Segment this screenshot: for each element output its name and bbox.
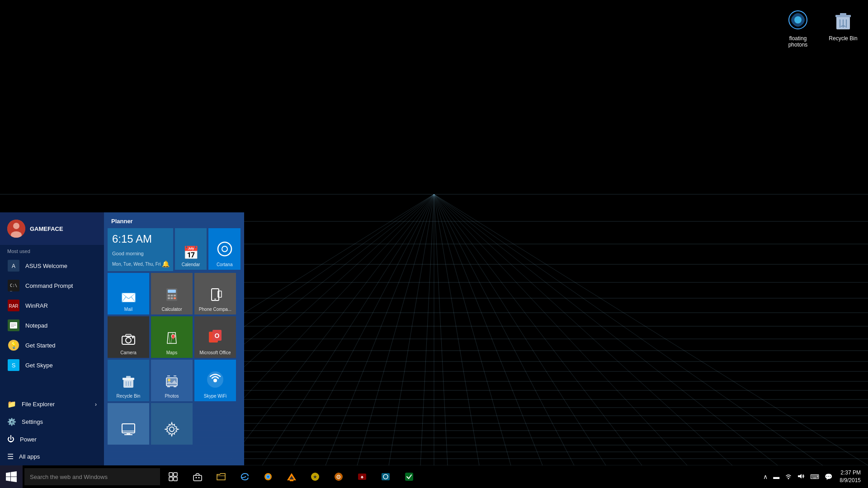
taskbar-app-card[interactable]: ♠ [351, 465, 373, 488]
windows-logo-icon [6, 471, 17, 482]
get-skype-icon: S [7, 359, 20, 371]
start-button[interactable] [0, 465, 23, 488]
start-menu-left-panel: GAMEFACE Most used A ASUS Welcome [0, 212, 104, 465]
wifi-signal-icon [785, 473, 792, 479]
start-app-get-skype[interactable]: S Get Skype [0, 355, 104, 375]
tile-time-clock: 6:15 AM [112, 233, 152, 245]
svg-point-118 [198, 477, 200, 479]
settings-label: Settings [22, 418, 43, 425]
settings-gear-icon [164, 422, 179, 440]
search-input[interactable] [24, 468, 160, 485]
phone-companion-label: Phone Compa... [199, 307, 231, 312]
tile-calculator[interactable]: Calculator [151, 273, 193, 314]
tile-skype-wifi[interactable]: Skype WiFi [194, 360, 236, 401]
svg-rect-81 [171, 295, 173, 296]
start-user-section[interactable]: GAMEFACE [0, 212, 104, 245]
recycle-bin-label: Recycle Bin [829, 35, 857, 42]
task-view-icon [169, 472, 178, 481]
tiles-row-1: 6:15 AM Good morning Mon, Tue, Wed, Thu,… [108, 228, 241, 271]
microsoft-office-label: Microsoft Office [199, 350, 231, 355]
wifi-icon[interactable] [783, 473, 794, 481]
winrar-label: WinRAR [25, 302, 48, 309]
svg-text:♠: ♠ [361, 474, 363, 479]
taskbar: ★ ⚙ ♠ [0, 465, 868, 488]
svg-point-50 [794, 16, 802, 23]
tile-recycle-bin[interactable]: Recycle Bin [108, 360, 149, 401]
notepad-label: Notepad [25, 322, 47, 329]
tile-microsoft-office[interactable]: O Microsoft Office [194, 316, 236, 358]
svg-point-134 [788, 478, 789, 479]
chevron-up-icon[interactable]: ∧ [761, 473, 769, 480]
svg-line-43 [434, 194, 642, 465]
svg-text:A: A [12, 263, 15, 269]
tile-calendar[interactable]: 📅 Calendar [175, 228, 207, 270]
task-view-button[interactable] [162, 465, 184, 488]
svg-point-58 [13, 223, 19, 229]
svg-rect-113 [174, 473, 177, 476]
mail-icon: ✉️ [121, 290, 137, 305]
svg-line-29 [226, 194, 434, 465]
start-power[interactable]: ⏻ Power [0, 431, 104, 448]
taskbar-app-store[interactable] [186, 465, 209, 488]
start-settings[interactable]: ⚙️ Settings [0, 413, 104, 431]
tile-maps[interactable]: Maps [151, 316, 193, 358]
tile-camera[interactable]: Camera [108, 316, 149, 358]
volume-icon[interactable] [796, 473, 807, 481]
command-prompt-label: Command Prompt [25, 282, 73, 289]
taskbar-app-green[interactable] [398, 465, 420, 488]
start-app-command-prompt[interactable]: C:\ _ Command Prompt [0, 276, 104, 296]
keyboard-icon[interactable]: ⌨ [808, 473, 821, 480]
start-app-asus-welcome[interactable]: A ASUS Welcome [0, 256, 104, 276]
tiles-grid: 6:15 AM Good morning Mon, Tue, Wed, Thu,… [108, 228, 241, 445]
tile-photos[interactable]: Photos [151, 360, 193, 401]
file-explorer-icon: 📁 [7, 400, 16, 408]
clock-time: 2:37 PM [840, 469, 861, 477]
start-app-winrar[interactable]: RAR WinRAR [0, 296, 104, 315]
edge-icon [240, 472, 250, 482]
desktop-icon-recycle-bin[interactable]: Recycle Bin [823, 5, 863, 50]
asus-welcome-label: ASUS Welcome [25, 263, 67, 269]
firefox-icon [263, 472, 273, 482]
battery-icon[interactable]: ▬ [771, 473, 781, 480]
desktop-icon-floating-photons[interactable]: floating photons [778, 5, 818, 50]
tile-phone-companion[interactable]: Phone Compa... [194, 273, 236, 314]
taskbar-app-edge[interactable] [233, 465, 256, 488]
start-menu: GAMEFACE Most used A ASUS Welcome [0, 212, 244, 465]
get-skype-label: Get Skype [25, 362, 53, 369]
photos-label: Photos [165, 394, 179, 399]
tile-settings-gear[interactable] [151, 403, 193, 445]
taskbar-app-explorer[interactable] [210, 465, 232, 488]
notification-icon[interactable]: 💬 [823, 473, 834, 480]
asus-welcome-icon: A [7, 259, 20, 272]
taskbar-app-firefox[interactable] [257, 465, 279, 488]
tile-pc[interactable] [108, 403, 149, 445]
tile-mail[interactable]: ✉️ Mail [108, 273, 149, 314]
svg-line-30 [262, 194, 434, 465]
maps-label: Maps [166, 350, 177, 355]
power-label: Power [20, 436, 37, 443]
system-clock[interactable]: 2:37 PM 8/9/2015 [836, 469, 864, 484]
taskbar-app-yellow[interactable]: ★ [304, 465, 326, 488]
taskbar-app-vlc[interactable] [280, 465, 303, 488]
start-app-get-started[interactable]: 💡 Get Started [0, 335, 104, 355]
tile-time[interactable]: 6:15 AM Good morning Mon, Tue, Wed, Thu,… [108, 228, 173, 271]
start-app-notepad[interactable]: Notepad [0, 315, 104, 335]
start-all-apps[interactable]: ☰ All apps [0, 448, 104, 465]
svg-rect-115 [174, 477, 177, 481]
tiles-header: Planner [108, 216, 241, 228]
svg-point-76 [218, 242, 231, 256]
tile-cortana[interactable]: Cortana [208, 228, 241, 270]
photos-icon [165, 374, 179, 392]
svg-line-32 [326, 194, 434, 465]
tiles-row-2: ✉️ Mail [108, 273, 241, 314]
svg-point-111 [170, 427, 174, 432]
app10-icon [381, 472, 391, 482]
taskbar-app-photo[interactable] [374, 465, 397, 488]
taskbar-app-orange[interactable]: ⚙ [327, 465, 350, 488]
svg-point-117 [196, 477, 197, 479]
taskbar-pinned-apps: ★ ⚙ ♠ [184, 465, 758, 488]
start-file-explorer[interactable]: 📁 File Explorer › [0, 395, 104, 413]
svg-rect-82 [174, 295, 176, 296]
microsoft-office-icon: O [207, 329, 223, 348]
power-icon: ⏻ [7, 435, 14, 443]
